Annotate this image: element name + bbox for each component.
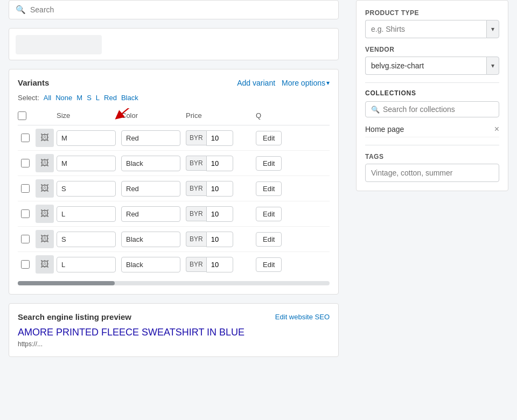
vendor-select-btn[interactable]: ▾ <box>486 57 499 75</box>
select-none[interactable]: None <box>55 94 72 102</box>
product-type-section: PRODUCT TYPE ▾ <box>365 9 499 38</box>
price-input[interactable] <box>206 181 233 197</box>
size-input[interactable] <box>57 206 116 222</box>
select-row: Select: All None M S L Red Black <box>18 94 330 102</box>
row-checkbox-0[interactable] <box>21 134 30 142</box>
collections-search-container[interactable]: 🔍 <box>365 101 499 117</box>
select-red[interactable]: Red <box>104 94 117 102</box>
collections-section: COLLECTIONS 🔍 Home page × <box>365 89 499 137</box>
row-checkbox-2[interactable] <box>21 184 30 193</box>
image-icon: 🖼 <box>40 260 49 269</box>
table-header: Size Color Price Q <box>18 108 330 125</box>
row-checkbox-1[interactable] <box>21 159 30 167</box>
row-price-cell: BYR <box>186 130 256 146</box>
collections-search-input[interactable] <box>383 105 493 114</box>
edit-button[interactable]: Edit <box>256 232 282 247</box>
image-icon: 🖼 <box>40 158 49 168</box>
search-icon: 🔍 <box>371 106 380 114</box>
variants-card: Variants Add variant More options ▾ Sele… <box>9 69 339 295</box>
vendor-section: Vendor ▾ <box>365 46 499 75</box>
row-checkbox-3[interactable] <box>21 209 30 218</box>
color-input[interactable] <box>121 206 180 222</box>
row-checkbox-cell <box>18 184 33 193</box>
more-options-link[interactable]: More options ▾ <box>282 79 330 87</box>
scroll-thumb[interactable] <box>18 281 115 285</box>
remove-collection-button[interactable]: × <box>494 125 499 134</box>
search-bar[interactable]: 🔍 <box>9 0 339 19</box>
select-l[interactable]: L <box>96 94 100 102</box>
tags-input[interactable] <box>365 164 499 182</box>
scroll-track[interactable] <box>18 281 330 285</box>
price-input[interactable] <box>206 206 233 222</box>
header-size: Size <box>57 111 121 122</box>
color-input[interactable] <box>121 181 180 197</box>
select-all[interactable]: All <box>44 94 51 102</box>
price-prefix: BYR <box>186 181 206 196</box>
chevron-down-icon: ▾ <box>491 25 494 33</box>
size-input[interactable] <box>57 156 116 171</box>
row-edit-cell: Edit <box>256 207 288 221</box>
color-input[interactable] <box>121 156 180 171</box>
edit-button[interactable]: Edit <box>256 207 282 221</box>
divider-1 <box>365 82 499 83</box>
search-input[interactable] <box>30 5 332 14</box>
row-checkbox-4[interactable] <box>21 235 30 243</box>
divider-2 <box>365 145 499 145</box>
color-input[interactable] <box>121 130 180 146</box>
price-input[interactable] <box>206 156 233 171</box>
product-type-input[interactable] <box>365 20 486 38</box>
edit-button[interactable]: Edit <box>256 131 282 145</box>
table-row: 🖼 BYR Edit <box>18 176 330 201</box>
row-edit-cell: Edit <box>256 181 288 196</box>
image-icon: 🖼 <box>40 184 49 193</box>
table-row: 🖼 BYR Edit <box>18 151 330 176</box>
tags-section: TAGS <box>365 153 499 182</box>
row-price-cell: BYR <box>186 156 256 171</box>
row-size-cell <box>57 257 121 272</box>
row-checkbox-5[interactable] <box>21 260 30 269</box>
header-color: Color <box>121 111 186 122</box>
edit-button[interactable]: Edit <box>256 181 282 196</box>
vendor-input[interactable] <box>365 57 486 75</box>
row-checkbox-cell <box>18 235 33 243</box>
row-checkbox-cell <box>18 209 33 218</box>
select-all-checkbox[interactable] <box>18 111 26 120</box>
search-icon: 🔍 <box>16 5 26 15</box>
size-input[interactable] <box>57 232 116 247</box>
image-placeholder: 🖼 <box>36 255 54 274</box>
size-input[interactable] <box>57 130 116 146</box>
size-input[interactable] <box>57 257 116 272</box>
price-prefix: BYR <box>186 206 206 221</box>
price-input[interactable] <box>206 257 233 272</box>
row-size-cell <box>57 156 121 171</box>
variants-title: Variants <box>18 78 49 87</box>
row-checkbox-cell <box>18 159 33 167</box>
edit-button[interactable]: Edit <box>256 257 282 272</box>
seo-header: Search engine listing preview Edit websi… <box>18 312 330 321</box>
table-row: 🖼 BYR Edit <box>18 227 330 252</box>
image-icon: 🖼 <box>40 209 49 219</box>
add-variant-link[interactable]: Add variant <box>237 79 275 87</box>
row-price-cell: BYR <box>186 232 256 247</box>
color-input[interactable] <box>121 257 180 272</box>
color-input[interactable] <box>121 232 180 247</box>
row-price-cell: BYR <box>186 257 256 272</box>
price-input[interactable] <box>206 232 233 247</box>
price-input[interactable] <box>206 130 233 146</box>
product-type-select-btn[interactable]: ▾ <box>486 20 499 38</box>
row-color-cell <box>121 181 186 197</box>
size-input[interactable] <box>57 181 116 197</box>
row-color-cell <box>121 206 186 222</box>
image-placeholder: 🖼 <box>36 154 54 172</box>
select-black[interactable]: Black <box>121 94 138 102</box>
seo-url: https://... <box>18 340 330 348</box>
row-image-cell: 🖼 <box>33 154 57 172</box>
table-row: 🖼 BYR Edit <box>18 125 330 151</box>
edit-seo-link[interactable]: Edit website SEO <box>275 313 330 321</box>
edit-button[interactable]: Edit <box>256 156 282 171</box>
tags-title: TAGS <box>365 153 499 160</box>
seo-product-title: AMORE PRINTED FLEECE SWEATSHIRT IN BLUE <box>18 327 330 338</box>
select-s[interactable]: S <box>87 94 92 102</box>
row-checkbox-cell <box>18 260 33 269</box>
select-m[interactable]: M <box>76 94 82 102</box>
